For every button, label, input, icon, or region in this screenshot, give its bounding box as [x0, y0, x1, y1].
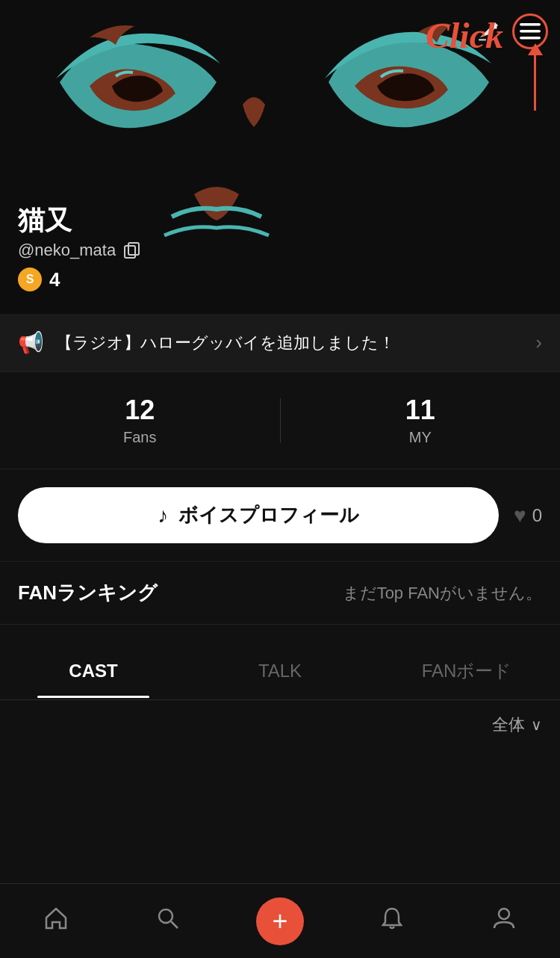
music-note-icon: ♪ [158, 504, 168, 528]
search-icon [155, 906, 181, 937]
tab-cast[interactable]: CAST [0, 641, 187, 698]
chevron-down-icon: ∨ [531, 716, 542, 734]
fans-stat[interactable]: 12 Fans [0, 395, 280, 446]
notification-text: 【ラジオ】ハローグッバイを追加しました！ [56, 332, 523, 354]
voice-profile-row: ♪ ボイスプロフィール ♥ 0 [0, 469, 560, 562]
svg-rect-6 [128, 243, 139, 255]
fans-label: Fans [123, 429, 156, 446]
tab-fan-board[interactable]: FANボード [373, 640, 560, 699]
svg-point-7 [159, 909, 172, 923]
profile-handle: @neko_mata [18, 241, 116, 260]
voice-profile-button[interactable]: ♪ ボイスプロフィール [18, 487, 499, 543]
tabs-container: CAST TALK FANボード [0, 640, 560, 700]
menu-icon[interactable] [512, 13, 548, 49]
like-row[interactable]: ♥ 0 [514, 504, 542, 528]
svg-rect-1 [479, 39, 486, 41]
my-label: MY [409, 429, 432, 446]
nav-home[interactable] [0, 884, 112, 958]
svg-line-8 [171, 921, 178, 928]
stats-row: 12 Fans 11 MY [0, 372, 560, 469]
tabs-row: CAST TALK FANボード [0, 640, 560, 699]
notification-chevron-icon: › [535, 331, 542, 354]
banner-top-icons [475, 13, 548, 49]
bottom-nav: + [0, 883, 560, 958]
fan-ranking-label: FANランキング [18, 580, 158, 606]
svg-rect-3 [520, 30, 541, 33]
bell-icon [379, 906, 405, 937]
my-count: 11 [405, 395, 435, 426]
nav-profile[interactable] [448, 884, 560, 958]
profile-info: 猫又 @neko_mata S 4 [18, 204, 141, 291]
fans-count: 12 [125, 395, 155, 426]
nav-add[interactable]: + [224, 884, 336, 958]
svg-rect-4 [520, 37, 541, 40]
tab-talk[interactable]: TALK [187, 641, 373, 698]
coin-icon: S [18, 268, 42, 291]
coin-count: 4 [49, 268, 60, 291]
edit-share-icon[interactable] [475, 17, 503, 46]
heart-icon: ♥ [514, 504, 526, 528]
nav-search[interactable] [112, 884, 224, 958]
like-count: 0 [532, 505, 542, 526]
fan-ranking-empty-text: まだTop FANがいません。 [343, 582, 542, 605]
nav-bell[interactable] [336, 884, 448, 958]
filter-label: 全体 [492, 714, 525, 736]
filter-row[interactable]: 全体 ∨ [0, 700, 560, 750]
home-icon [43, 906, 69, 937]
svg-rect-2 [520, 23, 541, 26]
svg-rect-5 [125, 246, 135, 258]
fan-ranking-section: FANランキング まだTop FANがいません。 [0, 562, 560, 625]
add-button[interactable]: + [256, 897, 304, 945]
megaphone-icon: 📢 [18, 330, 44, 355]
notification-bar[interactable]: 📢 【ラジオ】ハローグッバイを追加しました！ › [0, 314, 560, 372]
profile-banner: Click 猫又 @neko_mata S 4 [0, 0, 560, 314]
person-icon [491, 906, 517, 937]
copy-icon[interactable] [123, 241, 141, 259]
svg-point-9 [499, 909, 509, 919]
voice-profile-label: ボイスプロフィール [178, 502, 359, 528]
profile-name: 猫又 [18, 204, 141, 236]
my-stat[interactable]: 11 MY [281, 395, 561, 446]
